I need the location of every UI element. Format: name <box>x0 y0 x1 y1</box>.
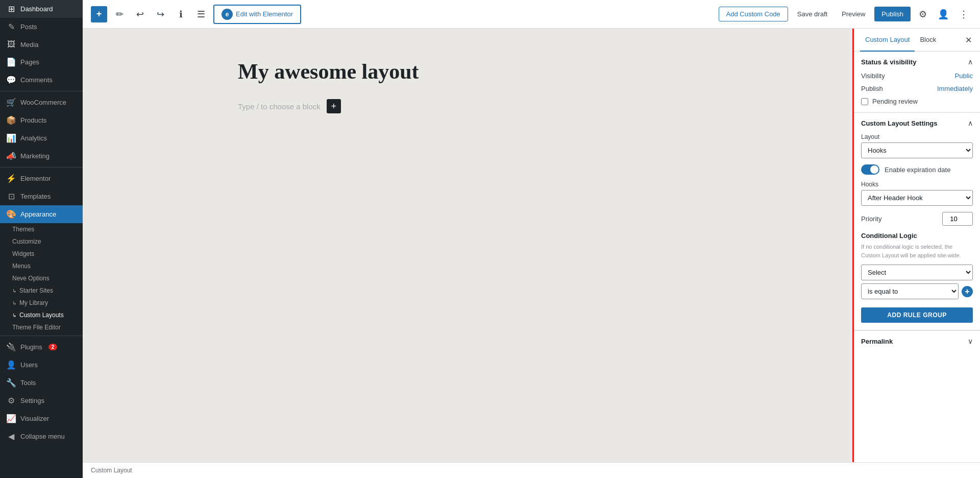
sidebar-item-analytics[interactable]: 📊 Analytics <box>0 129 83 147</box>
sidebar-item-pages[interactable]: 📄 Pages <box>0 53 83 71</box>
permalink-section[interactable]: Permalink ∨ <box>854 330 980 351</box>
priority-label: Priority <box>861 215 881 223</box>
sidebar-sub-item-themes[interactable]: Themes <box>0 223 83 235</box>
sidebar-item-marketing[interactable]: 📣 Marketing <box>0 147 83 165</box>
editor-placeholder[interactable]: Type / to choose a block + <box>238 99 697 113</box>
save-draft-button[interactable]: Save draft <box>792 7 832 21</box>
custom-layout-settings-header[interactable]: Custom Layout Settings ∧ <box>854 113 980 133</box>
visibility-label: Visibility <box>861 72 885 80</box>
expiration-toggle[interactable] <box>861 164 879 175</box>
visibility-row: Visibility Public <box>861 72 973 80</box>
status-visibility-body: Visibility Public Publish Immediately Pe… <box>854 72 980 112</box>
publish-button[interactable]: Publish <box>874 7 911 21</box>
bottom-bar-label: Custom Layout <box>91 467 132 474</box>
sidebar-item-elementor[interactable]: ⚡ Elementor <box>0 170 83 187</box>
elementor-logo: e <box>222 9 233 20</box>
sidebar-sub-item-my-library[interactable]: ↳ My Library <box>0 297 83 309</box>
panel-close-button[interactable]: ✕ <box>963 33 974 47</box>
sidebar-item-media[interactable]: 🖼 Media <box>0 36 83 53</box>
pending-review-checkbox[interactable] <box>861 98 868 105</box>
analytics-icon: 📊 <box>6 133 16 143</box>
tab-block[interactable]: Block <box>915 29 941 52</box>
expiration-toggle-row: Enable expiration date <box>861 164 973 175</box>
visibility-value[interactable]: Public <box>955 72 973 80</box>
dashboard-icon: ⊞ <box>6 4 16 14</box>
add-custom-code-button[interactable]: Add Custom Code <box>719 7 788 21</box>
sidebar-sub-item-theme-file-editor[interactable]: Theme File Editor <box>0 321 83 333</box>
sidebar-item-label: Analytics <box>20 134 47 142</box>
layout-label: Layout <box>861 133 973 140</box>
list-view-button[interactable]: ☰ <box>193 6 209 22</box>
undo-button[interactable]: ↩ <box>132 6 148 22</box>
appearance-icon: 🎨 <box>6 209 16 219</box>
sidebar-item-label: WooCommerce <box>20 99 66 106</box>
sidebar-sub-item-custom-layouts[interactable]: ↳ Custom Layouts <box>0 309 83 321</box>
sidebar-item-tools[interactable]: 🔧 Tools <box>0 374 83 392</box>
status-visibility-header[interactable]: Status & visibility ∧ <box>854 52 980 72</box>
sidebar-item-collapse-menu[interactable]: ◀ Collapse menu <box>0 427 83 445</box>
neve-options-label: Neve Options <box>12 275 50 282</box>
add-condition-button[interactable]: + <box>962 286 973 297</box>
add-block-inline-button[interactable]: + <box>327 99 341 113</box>
content-area: My awesome layout Type / to choose a blo… <box>83 29 980 462</box>
more-options-button[interactable]: ⋮ <box>955 6 972 22</box>
editor-area[interactable]: My awesome layout Type / to choose a blo… <box>83 29 852 462</box>
user-account-button[interactable]: 👤 <box>935 6 951 22</box>
sidebar-item-woocommerce[interactable]: 🛒 WooCommerce <box>0 93 83 111</box>
edit-mode-button[interactable]: ✏ <box>111 6 128 22</box>
preview-button[interactable]: Preview <box>837 7 870 21</box>
publish-row: Publish Immediately <box>861 85 973 92</box>
conditional-operator-select[interactable]: is equal to is not equal to <box>861 283 959 299</box>
sidebar-sub-item-widgets[interactable]: Widgets <box>0 248 83 260</box>
sidebar-sub-item-customize[interactable]: Customize <box>0 235 83 248</box>
hooks-select[interactable]: After Header Hook Before Header Hook Bef… <box>861 190 973 206</box>
sidebar-item-label: Marketing <box>20 152 50 160</box>
sidebar-item-label: Templates <box>20 193 51 200</box>
conditional-select-select[interactable]: Select Page Post Category <box>861 265 973 280</box>
sidebar-sub-item-menus[interactable]: Menus <box>0 260 83 272</box>
priority-input[interactable] <box>942 212 973 226</box>
priority-row: Priority <box>861 212 973 226</box>
chevron-up-icon2: ∧ <box>968 119 973 127</box>
sidebar-item-plugins[interactable]: 🔌 Plugins 2 <box>0 338 83 356</box>
sidebar-item-label: Settings <box>20 397 44 404</box>
sidebar: ⊞ Dashboard ✎ Posts 🖼 Media 📄 Pages 💬 Co… <box>0 0 83 478</box>
permalink-title: Permalink <box>861 338 893 345</box>
starter-sites-label: Starter Sites <box>19 287 53 294</box>
add-rule-group-button[interactable]: ADD RULE GROUP <box>861 307 973 323</box>
sidebar-item-label: Comments <box>20 76 53 84</box>
themes-label: Themes <box>12 226 34 233</box>
expiration-toggle-label: Enable expiration date <box>885 166 950 174</box>
sidebar-item-users[interactable]: 👤 Users <box>0 356 83 374</box>
info-button[interactable]: ℹ <box>173 6 189 22</box>
sidebar-item-label: Collapse menu <box>20 433 65 440</box>
sidebar-sub-item-neve-options[interactable]: Neve Options <box>0 272 83 284</box>
marketing-icon: 📣 <box>6 151 16 161</box>
layout-select[interactable]: Hooks Header Footer Custom <box>861 142 973 158</box>
sidebar-item-templates[interactable]: ⊡ Templates <box>0 187 83 205</box>
publish-value[interactable]: Immediately <box>937 85 973 92</box>
sidebar-item-products[interactable]: 📦 Products <box>0 111 83 129</box>
menus-label: Menus <box>12 262 31 270</box>
editor-title: My awesome layout <box>238 59 697 84</box>
sidebar-divider <box>0 167 83 168</box>
redo-button[interactable]: ↪ <box>152 6 168 22</box>
sidebar-item-comments[interactable]: 💬 Comments <box>0 71 83 89</box>
edit-with-elementor-button[interactable]: e Edit with Elementor <box>213 5 301 24</box>
sidebar-item-posts[interactable]: ✎ Posts <box>0 18 83 36</box>
tab-custom-layout[interactable]: Custom Layout <box>860 29 915 52</box>
sidebar-item-dashboard[interactable]: ⊞ Dashboard <box>0 0 83 18</box>
publish-label: Publish <box>861 85 883 92</box>
settings-gear-button[interactable]: ⚙ <box>915 6 931 22</box>
users-icon: 👤 <box>6 360 16 370</box>
conditional-logic-desc: If no conditional logic is selected, the… <box>861 243 973 259</box>
add-block-button[interactable]: + <box>91 6 107 22</box>
sidebar-item-settings[interactable]: ⚙ Settings <box>0 392 83 410</box>
sidebar-sub-item-starter-sites[interactable]: ↳ Starter Sites <box>0 284 83 297</box>
media-icon: 🖼 <box>6 40 16 49</box>
sidebar-item-visualizer[interactable]: 📈 Visualizer <box>0 410 83 427</box>
sidebar-item-label: Posts <box>20 23 37 31</box>
products-icon: 📦 <box>6 115 16 125</box>
status-visibility-section: Status & visibility ∧ Visibility Public … <box>854 52 980 113</box>
sidebar-item-appearance[interactable]: 🎨 Appearance <box>0 205 83 223</box>
